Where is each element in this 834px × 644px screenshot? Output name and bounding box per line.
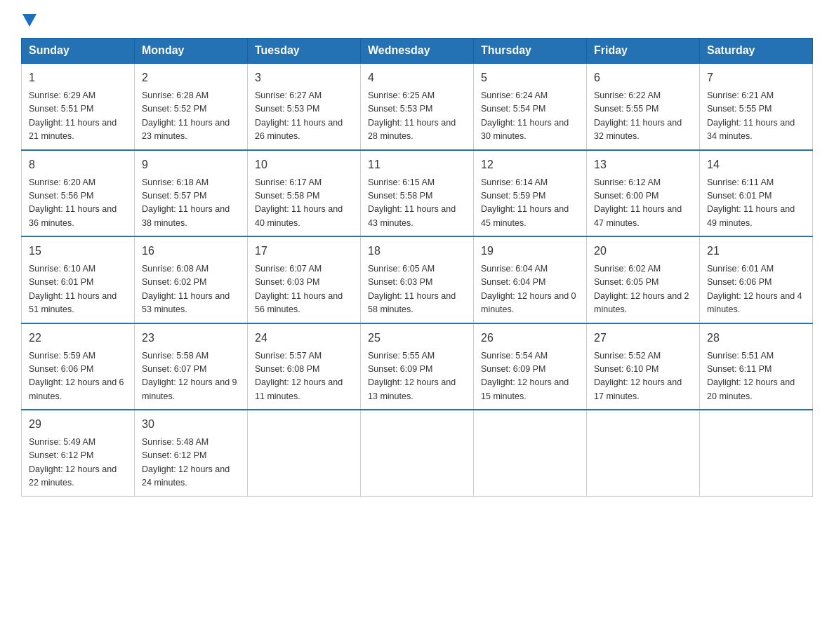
calendar-cell: 18Sunrise: 6:05 AMSunset: 6:03 PMDayligh… xyxy=(361,236,474,323)
day-number: 1 xyxy=(29,69,127,86)
day-info: Sunrise: 6:17 AMSunset: 5:58 PMDaylight:… xyxy=(255,176,353,231)
page-header xyxy=(21,14,813,31)
day-number: 2 xyxy=(142,69,240,86)
day-number: 27 xyxy=(594,330,692,347)
day-info: Sunrise: 6:18 AMSunset: 5:57 PMDaylight:… xyxy=(142,176,240,231)
day-number: 8 xyxy=(29,156,127,173)
calendar-cell: 22Sunrise: 5:59 AMSunset: 6:06 PMDayligh… xyxy=(22,323,135,410)
day-number: 10 xyxy=(255,156,353,173)
day-number: 24 xyxy=(255,330,353,347)
calendar-cell: 21Sunrise: 6:01 AMSunset: 6:06 PMDayligh… xyxy=(700,236,813,323)
logo-arrow-icon xyxy=(22,14,37,28)
calendar-cell: 29Sunrise: 5:49 AMSunset: 6:12 PMDayligh… xyxy=(22,410,135,496)
day-info: Sunrise: 5:58 AMSunset: 6:07 PMDaylight:… xyxy=(142,349,240,404)
calendar-cell: 8Sunrise: 6:20 AMSunset: 5:56 PMDaylight… xyxy=(22,150,135,237)
day-number: 5 xyxy=(481,69,579,86)
column-header-sunday: Sunday xyxy=(22,39,135,64)
calendar-cell: 10Sunrise: 6:17 AMSunset: 5:58 PMDayligh… xyxy=(248,150,361,237)
calendar-cell xyxy=(700,410,813,496)
day-number: 7 xyxy=(707,69,805,86)
day-info: Sunrise: 6:27 AMSunset: 5:53 PMDaylight:… xyxy=(255,89,353,144)
day-number: 22 xyxy=(29,330,127,347)
day-number: 3 xyxy=(255,69,353,86)
day-number: 11 xyxy=(368,156,466,173)
day-info: Sunrise: 6:05 AMSunset: 6:03 PMDaylight:… xyxy=(368,262,466,317)
calendar-cell xyxy=(474,410,587,496)
day-info: Sunrise: 6:20 AMSunset: 5:56 PMDaylight:… xyxy=(29,176,127,231)
day-info: Sunrise: 5:52 AMSunset: 6:10 PMDaylight:… xyxy=(594,349,692,404)
calendar-cell: 7Sunrise: 6:21 AMSunset: 5:55 PMDaylight… xyxy=(700,63,813,150)
week-row-1: 1Sunrise: 6:29 AMSunset: 5:51 PMDaylight… xyxy=(22,63,813,150)
calendar-cell xyxy=(361,410,474,496)
calendar-cell: 1Sunrise: 6:29 AMSunset: 5:51 PMDaylight… xyxy=(22,63,135,150)
day-info: Sunrise: 6:25 AMSunset: 5:53 PMDaylight:… xyxy=(368,89,466,144)
day-info: Sunrise: 6:12 AMSunset: 6:00 PMDaylight:… xyxy=(594,176,692,231)
calendar-cell: 15Sunrise: 6:10 AMSunset: 6:01 PMDayligh… xyxy=(22,236,135,323)
calendar-cell: 28Sunrise: 5:51 AMSunset: 6:11 PMDayligh… xyxy=(700,323,813,410)
calendar-cell: 26Sunrise: 5:54 AMSunset: 6:09 PMDayligh… xyxy=(474,323,587,410)
day-info: Sunrise: 6:29 AMSunset: 5:51 PMDaylight:… xyxy=(29,89,127,144)
day-number: 28 xyxy=(707,330,805,347)
day-info: Sunrise: 6:24 AMSunset: 5:54 PMDaylight:… xyxy=(481,89,579,144)
day-number: 16 xyxy=(142,243,240,260)
day-number: 26 xyxy=(481,330,579,347)
day-number: 15 xyxy=(29,243,127,260)
column-header-wednesday: Wednesday xyxy=(361,39,474,64)
calendar-cell: 23Sunrise: 5:58 AMSunset: 6:07 PMDayligh… xyxy=(135,323,248,410)
day-info: Sunrise: 6:02 AMSunset: 6:05 PMDaylight:… xyxy=(594,262,692,317)
week-row-5: 29Sunrise: 5:49 AMSunset: 6:12 PMDayligh… xyxy=(22,410,813,496)
day-number: 12 xyxy=(481,156,579,173)
day-info: Sunrise: 6:21 AMSunset: 5:55 PMDaylight:… xyxy=(707,89,805,144)
calendar-cell: 6Sunrise: 6:22 AMSunset: 5:55 PMDaylight… xyxy=(587,63,700,150)
column-header-tuesday: Tuesday xyxy=(248,39,361,64)
svg-marker-0 xyxy=(22,14,37,27)
day-info: Sunrise: 6:11 AMSunset: 6:01 PMDaylight:… xyxy=(707,176,805,231)
day-number: 9 xyxy=(142,156,240,173)
calendar-cell: 11Sunrise: 6:15 AMSunset: 5:58 PMDayligh… xyxy=(361,150,474,237)
column-header-saturday: Saturday xyxy=(700,39,813,64)
day-info: Sunrise: 5:55 AMSunset: 6:09 PMDaylight:… xyxy=(368,349,466,404)
day-number: 13 xyxy=(594,156,692,173)
day-number: 21 xyxy=(707,243,805,260)
day-number: 18 xyxy=(368,243,466,260)
day-number: 20 xyxy=(594,243,692,260)
calendar-cell: 17Sunrise: 6:07 AMSunset: 6:03 PMDayligh… xyxy=(248,236,361,323)
calendar-cell: 25Sunrise: 5:55 AMSunset: 6:09 PMDayligh… xyxy=(361,323,474,410)
day-number: 25 xyxy=(368,330,466,347)
calendar-cell: 20Sunrise: 6:02 AMSunset: 6:05 PMDayligh… xyxy=(587,236,700,323)
calendar-cell: 9Sunrise: 6:18 AMSunset: 5:57 PMDaylight… xyxy=(135,150,248,237)
day-number: 30 xyxy=(142,416,240,433)
day-number: 17 xyxy=(255,243,353,260)
calendar-cell: 4Sunrise: 6:25 AMSunset: 5:53 PMDaylight… xyxy=(361,63,474,150)
calendar-cell: 14Sunrise: 6:11 AMSunset: 6:01 PMDayligh… xyxy=(700,150,813,237)
day-info: Sunrise: 6:01 AMSunset: 6:06 PMDaylight:… xyxy=(707,262,805,317)
column-header-thursday: Thursday xyxy=(474,39,587,64)
logo xyxy=(21,14,37,31)
week-row-4: 22Sunrise: 5:59 AMSunset: 6:06 PMDayligh… xyxy=(22,323,813,410)
calendar-cell: 3Sunrise: 6:27 AMSunset: 5:53 PMDaylight… xyxy=(248,63,361,150)
day-info: Sunrise: 6:14 AMSunset: 5:59 PMDaylight:… xyxy=(481,176,579,231)
calendar-header-row: SundayMondayTuesdayWednesdayThursdayFrid… xyxy=(22,39,813,64)
day-info: Sunrise: 6:22 AMSunset: 5:55 PMDaylight:… xyxy=(594,89,692,144)
day-info: Sunrise: 5:48 AMSunset: 6:12 PMDaylight:… xyxy=(142,436,240,490)
column-header-friday: Friday xyxy=(587,39,700,64)
day-info: Sunrise: 6:04 AMSunset: 6:04 PMDaylight:… xyxy=(481,262,579,317)
calendar-cell xyxy=(248,410,361,496)
day-number: 23 xyxy=(142,330,240,347)
week-row-2: 8Sunrise: 6:20 AMSunset: 5:56 PMDaylight… xyxy=(22,150,813,237)
calendar-cell xyxy=(587,410,700,496)
day-info: Sunrise: 6:10 AMSunset: 6:01 PMDaylight:… xyxy=(29,262,127,317)
calendar-cell: 13Sunrise: 6:12 AMSunset: 6:00 PMDayligh… xyxy=(587,150,700,237)
day-info: Sunrise: 6:28 AMSunset: 5:52 PMDaylight:… xyxy=(142,89,240,144)
day-number: 4 xyxy=(368,69,466,86)
calendar-cell: 5Sunrise: 6:24 AMSunset: 5:54 PMDaylight… xyxy=(474,63,587,150)
calendar-table: SundayMondayTuesdayWednesdayThursdayFrid… xyxy=(21,38,813,497)
day-info: Sunrise: 6:15 AMSunset: 5:58 PMDaylight:… xyxy=(368,176,466,231)
day-number: 6 xyxy=(594,69,692,86)
calendar-cell: 16Sunrise: 6:08 AMSunset: 6:02 PMDayligh… xyxy=(135,236,248,323)
column-header-monday: Monday xyxy=(135,39,248,64)
calendar-cell: 12Sunrise: 6:14 AMSunset: 5:59 PMDayligh… xyxy=(474,150,587,237)
day-number: 14 xyxy=(707,156,805,173)
day-info: Sunrise: 5:59 AMSunset: 6:06 PMDaylight:… xyxy=(29,349,127,404)
day-info: Sunrise: 5:51 AMSunset: 6:11 PMDaylight:… xyxy=(707,349,805,404)
